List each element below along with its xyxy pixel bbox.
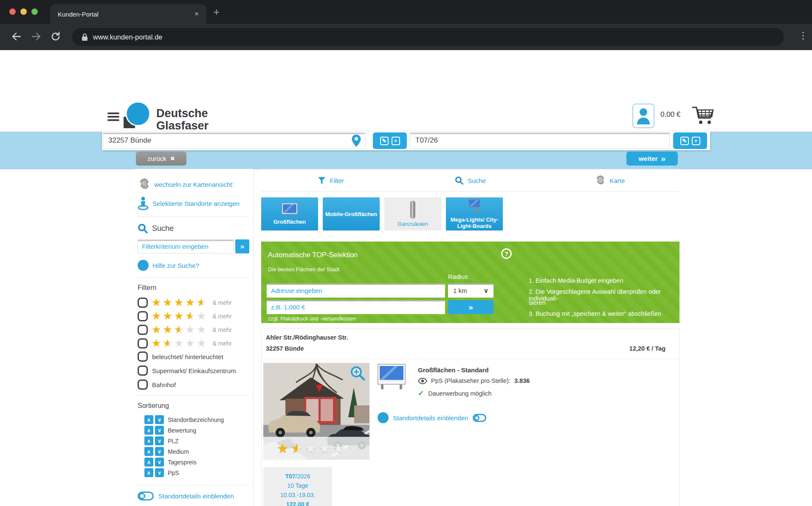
pencil-icon: ✎ bbox=[380, 137, 389, 145]
deutsche-glasfaser-logo[interactable] bbox=[122, 101, 150, 129]
budget-input[interactable] bbox=[267, 300, 445, 314]
search-help-link[interactable]: Hilfe zur Suche? bbox=[138, 260, 253, 271]
step-2: 2. Die Vorgeschlagene Auswahl überprüfen… bbox=[529, 288, 679, 302]
search-icon bbox=[138, 223, 148, 234]
top-selection-go-button[interactable]: » bbox=[448, 300, 493, 314]
back-icon[interactable] bbox=[11, 31, 22, 42]
sort-down-button[interactable]: ∨ bbox=[155, 436, 164, 445]
sort-row: ∧ ∨ Medium bbox=[144, 447, 253, 456]
filter-checkbox-row: Bahnhof bbox=[138, 380, 253, 390]
selected-locations-link[interactable]: Selektierte Standorte anzeigen bbox=[138, 197, 253, 210]
sort-row: ∧ ∨ Tagespreis bbox=[144, 458, 253, 467]
cart-icon[interactable] bbox=[691, 105, 715, 126]
listing-street: Ahler Str./Rödinghauser Str. bbox=[266, 334, 348, 341]
url-text: www.kunden-portal.de bbox=[93, 33, 162, 41]
search-icon bbox=[455, 176, 464, 185]
new-tab-button[interactable]: + bbox=[213, 6, 220, 19]
star-rating: ★★★★★★★★★★ bbox=[152, 324, 208, 335]
page: DeutscheGlasfaser 0,00 € ✎ + ✎ + zurück … bbox=[0, 50, 812, 506]
cart-total: 0,00 € bbox=[660, 110, 680, 119]
address-input[interactable] bbox=[267, 284, 445, 298]
booking-duration: 10 Tage bbox=[263, 481, 332, 490]
info-icon bbox=[138, 260, 149, 271]
filter-criteria-input[interactable] bbox=[138, 239, 234, 253]
window-minimize-button[interactable] bbox=[20, 8, 27, 15]
hamburger-menu-icon[interactable] bbox=[107, 112, 119, 123]
info-icon bbox=[378, 412, 389, 423]
filter-checkbox-row: beleuchtet/ hinterleuchtet bbox=[138, 351, 253, 362]
sort-down-button[interactable]: ∨ bbox=[155, 458, 164, 467]
toggle-icon[interactable] bbox=[138, 492, 154, 500]
plus-icon: + bbox=[692, 137, 700, 145]
checkbox[interactable] bbox=[138, 311, 148, 321]
window-close-button[interactable] bbox=[9, 8, 16, 15]
edit-location-button[interactable]: ✎ + bbox=[373, 132, 407, 149]
account-button[interactable] bbox=[632, 104, 654, 128]
tab-suche[interactable]: Suche bbox=[400, 169, 540, 191]
tab-karte[interactable]: Karte bbox=[540, 169, 679, 191]
city-light-board-icon bbox=[467, 199, 482, 214]
sort-down-button[interactable]: ∨ bbox=[155, 415, 164, 424]
sort-up-button[interactable]: ∧ bbox=[144, 415, 153, 424]
category-buttons: Großflächen Mobile-Großflächen Ganzsäule… bbox=[261, 197, 679, 231]
person-pin-icon bbox=[138, 197, 149, 210]
browser-menu-icon[interactable]: ⋮ bbox=[798, 30, 808, 41]
radius-select[interactable]: 1 km ∨ bbox=[448, 284, 493, 298]
sort-up-button[interactable]: ∧ bbox=[144, 447, 153, 456]
back-button[interactable]: zurück ✖ bbox=[136, 152, 186, 166]
booking-period-input[interactable] bbox=[410, 132, 670, 149]
browser-toolbar: www.kunden-portal.de ⋮ bbox=[0, 24, 812, 50]
sort-up-button[interactable]: ∧ bbox=[144, 436, 153, 445]
reload-icon[interactable] bbox=[50, 31, 61, 42]
star-rating: ★★★★★★★★★★ bbox=[152, 338, 208, 349]
top-selection-panel: Automatische TOP-Selektion Die besten Fl… bbox=[261, 242, 679, 323]
tab-close-icon[interactable]: × bbox=[195, 10, 199, 18]
sort-down-button[interactable]: ∨ bbox=[155, 468, 164, 477]
toggle-icon[interactable] bbox=[473, 414, 486, 422]
checkbox[interactable] bbox=[138, 365, 148, 376]
filter-go-button[interactable]: » bbox=[235, 239, 249, 253]
checkbox[interactable] bbox=[138, 325, 148, 335]
toggle-location-details[interactable]: Standortdetails einblenden bbox=[138, 492, 253, 500]
pps-label: PpS (Plakatseher pro Stelle): bbox=[431, 377, 510, 384]
pencil-icon: ✎ bbox=[680, 137, 689, 145]
window-zoom-button[interactable] bbox=[31, 8, 38, 15]
radius-label: Radius bbox=[448, 273, 468, 280]
help-question-icon[interactable]: ? bbox=[501, 248, 512, 259]
location-details-toggle-row[interactable]: Standortdetails einblenden bbox=[378, 412, 486, 423]
location-photo[interactable]: ★★★★★★★★★★ bbox=[263, 363, 369, 460]
browser-tab[interactable]: Kunden-Portal × bbox=[50, 4, 206, 24]
forward-icon[interactable] bbox=[31, 31, 42, 42]
location-input[interactable] bbox=[103, 132, 365, 149]
tab-filter[interactable]: Filter bbox=[261, 169, 400, 191]
category-mega-lights[interactable]: Mega-Lights/ City-Light-Boards bbox=[446, 197, 503, 231]
booking-box[interactable]: T07/2026 10 Tage 10.03.-19.03. 122,00 € bbox=[263, 467, 332, 506]
star-rating: ★★★★★★★★★★ bbox=[277, 441, 347, 456]
category-grossflaechen[interactable]: Großflächen bbox=[261, 197, 318, 231]
check-icon: ✓ bbox=[418, 389, 424, 398]
map-view-link[interactable]: wechseln zur Kartenansicht: bbox=[138, 178, 253, 190]
location-pin-icon[interactable] bbox=[352, 135, 361, 147]
product-title: Großflächen - Standard bbox=[418, 366, 489, 374]
sort-down-button[interactable]: ∨ bbox=[155, 426, 164, 435]
edit-booking-button[interactable]: ✎ + bbox=[673, 132, 707, 149]
checkbox[interactable] bbox=[138, 298, 148, 308]
sort-up-button[interactable]: ∧ bbox=[144, 426, 153, 435]
sort-up-button[interactable]: ∧ bbox=[144, 468, 153, 477]
search-heading: Suche bbox=[138, 223, 253, 234]
listing-city: 32257 Bünde bbox=[266, 345, 304, 352]
checkbox[interactable] bbox=[138, 338, 148, 349]
panel-note: zzgl. Plakatdruck und -versandkosten bbox=[268, 316, 356, 322]
category-mobile-grossflaechen[interactable]: Mobile-Großflächen bbox=[323, 197, 380, 231]
zoom-in-icon[interactable] bbox=[350, 365, 366, 382]
sort-down-button[interactable]: ∨ bbox=[155, 447, 164, 456]
url-bar[interactable]: www.kunden-portal.de bbox=[72, 28, 784, 46]
star-filter-row: ★★★★★★★★★★ & mehr bbox=[138, 338, 253, 349]
category-ganzsaeulen[interactable]: Ganzsäulen bbox=[384, 197, 441, 231]
tab-title: Kunden-Portal bbox=[58, 11, 195, 18]
checkbox[interactable] bbox=[138, 380, 148, 390]
location-listing: Ahler Str./Rödinghauser Str. 32257 Bünde… bbox=[261, 329, 679, 506]
sort-up-button[interactable]: ∧ bbox=[144, 458, 153, 467]
next-button[interactable]: weiter » bbox=[626, 152, 678, 166]
checkbox[interactable] bbox=[138, 351, 148, 362]
